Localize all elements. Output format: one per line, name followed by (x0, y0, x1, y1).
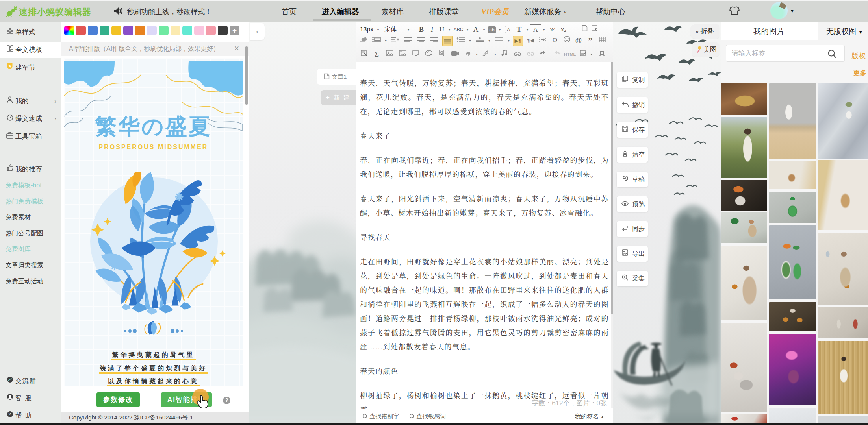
svg-text:?: ? (8, 412, 11, 417)
